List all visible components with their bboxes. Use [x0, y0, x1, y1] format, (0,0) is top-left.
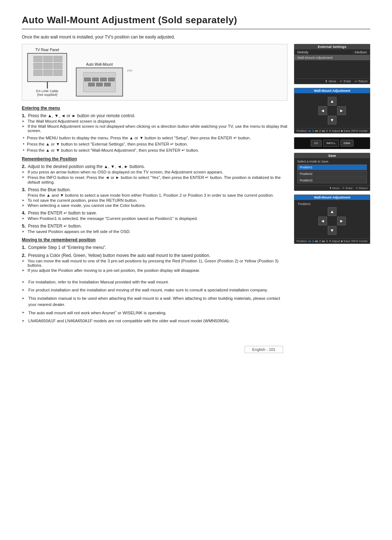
wm-footer-info: INFO Center: [351, 129, 368, 132]
diagram-box: TV Rear Panel EX-LINK Cabl: [22, 44, 287, 101]
panel1-footer: ⬆ Move ↵ Enter ↩ Return: [294, 78, 370, 84]
mount-btn: [96, 83, 103, 86]
save-panel: Save Select a mode to Save. Position1 Po…: [294, 153, 370, 191]
wm-footer-adjust: ✦ Adjust: [329, 129, 340, 132]
wall-mount-row: Wall-Mount Adjustment: [294, 55, 370, 60]
tv-box: [27, 53, 67, 82]
wm2-footer-save: ■ Save: [341, 240, 350, 243]
step-5: 5. Press the ENTER ↵ button. The saved P…: [22, 223, 287, 234]
wm-panel1-title: Wall-Mount Adjustment: [294, 88, 370, 93]
wm2-footer-pos: Position: [297, 240, 307, 243]
step-1-sub-2: If the Wall Mount Adjustment screen is n…: [22, 124, 287, 133]
cc-button[interactable]: CC: [311, 140, 322, 147]
step-m2-sub-2: If you adjust the Position after moving …: [22, 268, 287, 273]
step-1: 1. Press the ▲, ▼, ◄ or ► button on your…: [22, 113, 287, 133]
pos-dot-2: [315, 130, 318, 132]
footer-return: ↩ Return: [355, 79, 368, 83]
wm-footer-pos: Position: [297, 129, 307, 132]
step-5-num: 5.: [22, 223, 26, 229]
position3-item[interactable]: Position3: [297, 177, 367, 183]
step-m2-num: 2.: [22, 253, 26, 258]
wm-panel2-title: Wall-Mount Adjustment: [294, 195, 370, 200]
wm-footer-save: ■ Save: [341, 129, 350, 132]
position2-item[interactable]: Position2: [297, 171, 367, 177]
arrow2-sw: [318, 226, 327, 235]
step-1-num: 1.: [22, 113, 26, 118]
infol-button[interactable]: INFO.L: [323, 140, 339, 147]
bullet-3: Press the ▲ or ▼ button to select "Wall-…: [22, 148, 287, 153]
dma-button[interactable]: DMA: [340, 140, 354, 147]
section3-steps: 1. Complete Step 1 of "Entering the menu…: [22, 245, 287, 273]
pos-dot-3: [322, 130, 325, 132]
save-title: Save: [294, 153, 370, 158]
tv-connector: [47, 82, 48, 89]
external-settings-title: External Settings: [294, 44, 370, 49]
tv-cell: [43, 63, 52, 69]
mount-diagram: Auto Wall-Mount: [76, 62, 123, 97]
tv-cell: [43, 56, 52, 62]
mount-btn: [108, 78, 115, 81]
step-5-sub-1: The saved Position appears on the left s…: [22, 229, 287, 234]
cable-label: EX-LINK Cable(Not supplied): [36, 89, 58, 97]
tv-cell: [53, 63, 62, 69]
step-2-sub-2: Press the INFO button to reset. Press th…: [22, 175, 287, 184]
page-footer-container: English - 101: [22, 335, 370, 353]
step-3-num: 3.: [22, 187, 26, 192]
note-4: The auto wall mount will not work when A…: [22, 310, 287, 316]
step-3-text: Press the Blue button.: [28, 187, 71, 192]
step-4-num: 4.: [22, 210, 26, 216]
wm-panel1-body: ▲ ◄ ► ▼: [294, 93, 370, 128]
arrow2-ne: [337, 207, 346, 216]
note-1: For installation, refer to the Installat…: [22, 279, 287, 285]
wm2-footer-info: INFO Center: [351, 240, 368, 243]
pos2-num-2: 2: [319, 240, 320, 243]
arrow-left: ◄: [318, 106, 327, 115]
melody-label: Melody: [297, 50, 309, 54]
wm-panel1-footer: Position 1 2 3 ✦ Adjust ■ Save INFO Cent…: [294, 128, 370, 133]
bullet-2: Press the ▲ or ▼ button to select "Exter…: [22, 142, 287, 147]
pos2-num-1: 1: [313, 240, 314, 243]
melody-row: Melody : Medium: [294, 49, 370, 55]
wall-mount-adj-panel2: Wall-Mount Adjustment Position1 ▲ ◄ ► ▼ …: [294, 195, 370, 244]
step-3-sub-2: When selecting a save mode, you cannot u…: [22, 203, 287, 208]
arrow-up: ▲: [328, 97, 336, 106]
tv-cell: [43, 70, 52, 76]
footer-move: ⬆ Move: [325, 79, 336, 83]
arrow-sw: [318, 116, 327, 124]
step-m2-text: Pressing a Color (Red, Green, Yellow) bu…: [28, 253, 210, 258]
arrow-nw: [318, 97, 327, 106]
wall-mount-adj-panel1: Wall-Mount Adjustment ▲ ◄ ► ▼ Position: [294, 88, 370, 134]
step-m2-sub-1: You can move the wall mount to one of th…: [22, 259, 287, 267]
step-m1-num: 1.: [22, 245, 26, 250]
pos2-dot-2: [315, 241, 318, 242]
step-3-sub-1: To not save the current position, press …: [22, 198, 287, 202]
bullet-1: Press the MENU button to display the men…: [22, 135, 287, 140]
step-2-text: Adjust to the desired position using the…: [28, 164, 145, 169]
left-column: TV Rear Panel EX-LINK Cabl: [22, 44, 287, 324]
tv-cell: [53, 70, 62, 76]
step-1-text: Press the ▲, ▼, ◄ or ► button on your re…: [28, 113, 135, 118]
wm2-footer-adjust: ✦ Adjust: [329, 240, 340, 243]
note-3: This installation manual is to be used w…: [22, 295, 287, 308]
save-footer: ⬆ Move ↵ Enter ↩ Return: [294, 185, 370, 191]
step-5-text: Press the ENTER ↵ button.: [28, 224, 82, 229]
wm2-pos-dots: 1 2 3: [308, 240, 328, 243]
step-m1: 1. Complete Step 1 of "Entering the menu…: [22, 245, 287, 250]
mount-row: [84, 78, 115, 81]
tv-diagram: TV Rear Panel EX-LINK Cabl: [27, 48, 67, 97]
step-1-sub-1: The Wall Mount Adjustment screen is disp…: [22, 119, 287, 123]
footer-enter: ↵ Enter: [340, 79, 351, 83]
pos-num-1: 1: [313, 129, 314, 132]
mount-label: Auto Wall-Mount: [86, 62, 113, 66]
save-footer-move: ⬆ Move: [329, 187, 340, 190]
panel1-spacer: [294, 60, 370, 78]
mount-btn: [104, 83, 111, 86]
pos-num-2: 2: [319, 129, 320, 132]
pos2-dot-3: [322, 241, 325, 242]
remote-buttons-panel: CC INFO.L DMA: [294, 137, 370, 149]
step-4-text: Press the ENTER ↵ button to save.: [28, 210, 97, 216]
arrow2-down: ▼: [328, 226, 336, 235]
pos-num-3: 3: [326, 129, 327, 132]
position1-item[interactable]: Position1: [297, 164, 367, 170]
arrow2-se: [337, 226, 346, 235]
